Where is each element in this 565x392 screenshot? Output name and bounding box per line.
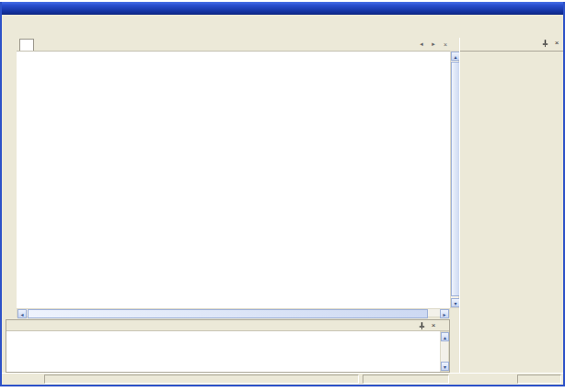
toolbox-panel: × bbox=[459, 38, 563, 373]
desktop-strip bbox=[0, 386, 565, 392]
explorer-controls: × bbox=[417, 321, 438, 330]
title-bar[interactable] bbox=[2, 2, 563, 15]
hscroll-thumb[interactable] bbox=[28, 309, 428, 318]
status-bar bbox=[2, 373, 563, 385]
flow-canvas[interactable] bbox=[17, 51, 450, 309]
status-segment bbox=[517, 375, 561, 384]
pin-icon[interactable] bbox=[540, 39, 549, 48]
scroll-up-icon[interactable]: ▴ bbox=[441, 332, 449, 341]
explorer-tree bbox=[6, 331, 449, 372]
tab-scroll-left-icon[interactable]: ◂ bbox=[417, 40, 426, 49]
toolbar bbox=[2, 26, 563, 38]
scroll-left-icon[interactable]: ◂ bbox=[17, 309, 27, 318]
solution-explorer-panel: × ▴ ▾ bbox=[6, 319, 450, 373]
screen: ◂ ▸ × ▴ ▾ ◂ ▸ × bbox=[0, 0, 565, 392]
explorer-header: × bbox=[6, 320, 449, 331]
scroll-down-icon[interactable]: ▾ bbox=[441, 362, 449, 371]
close-icon[interactable]: × bbox=[429, 321, 438, 330]
scroll-right-icon[interactable]: ▸ bbox=[440, 309, 449, 318]
canvas-hscrollbar[interactable]: ◂ ▸ bbox=[17, 308, 450, 317]
tab-nav: ◂ ▸ × bbox=[417, 40, 450, 49]
toolbox-header: × bbox=[460, 38, 563, 52]
tab-main-flow[interactable] bbox=[19, 39, 34, 51]
canvas-vscrollbar[interactable]: ▴ ▾ bbox=[450, 51, 459, 308]
tab-close-icon[interactable]: × bbox=[441, 40, 450, 49]
menu-bar bbox=[2, 15, 563, 26]
toolbox-controls: × bbox=[540, 39, 561, 48]
status-segment bbox=[363, 375, 449, 384]
explorer-vscrollbar[interactable]: ▴ ▾ bbox=[440, 331, 449, 372]
close-icon[interactable]: × bbox=[552, 39, 561, 48]
app-window: ◂ ▸ × ▴ ▾ ◂ ▸ × bbox=[0, 2, 565, 386]
tab-scroll-right-icon[interactable]: ▸ bbox=[429, 40, 438, 49]
status-segment bbox=[44, 375, 359, 384]
pin-icon[interactable] bbox=[417, 321, 426, 330]
tab-strip: ◂ ▸ × bbox=[17, 38, 459, 51]
